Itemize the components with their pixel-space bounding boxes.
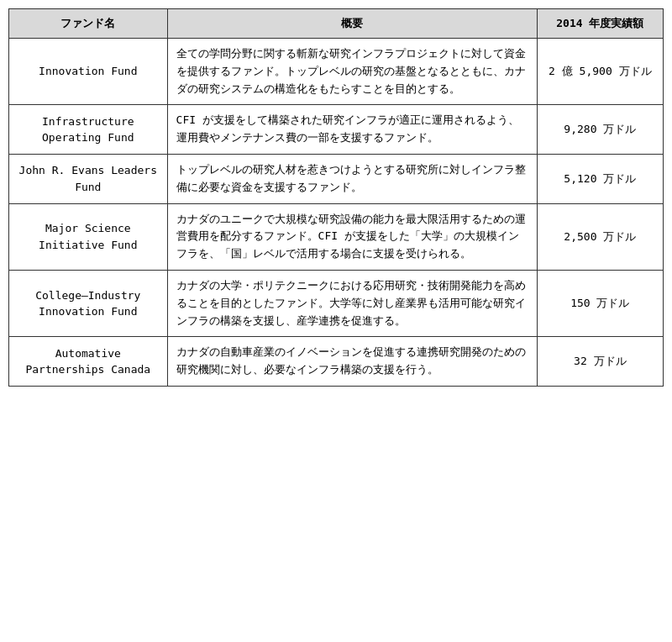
- table-row: Automative Partnerships Canadaカナダの自動車産業の…: [9, 337, 664, 387]
- header-fund-name: ファンド名: [9, 9, 168, 39]
- fund-summary-cell: トップレベルの研究人材を惹きつけようとする研究所に対しインフラ整備に必要な資金を…: [167, 154, 537, 203]
- fund-summary-cell: 全ての学問分野に関する斬新な研究インフラプロジェクトに対して資金を提供するファン…: [167, 39, 537, 105]
- funds-table: ファンド名 概要 2014 年度実績額 Innovation Fund全ての学問…: [8, 8, 664, 387]
- fund-amount-cell: 32 万ドル: [537, 337, 663, 387]
- fund-name-cell: John R. Evans Leaders Fund: [9, 154, 168, 203]
- fund-summary-cell: CFI が支援をして構築された研究インフラが適正に運用されるよう、運用費やメンテ…: [167, 105, 537, 155]
- main-table-container: ファンド名 概要 2014 年度実績額 Innovation Fund全ての学問…: [8, 8, 664, 387]
- fund-summary-cell: カナダのユニークで大規模な研究設備の能力を最大限活用するための運営費用を配分する…: [167, 203, 537, 270]
- table-row: Major Science Initiative Fundカナダのユニークで大規…: [9, 203, 664, 270]
- table-header-row: ファンド名 概要 2014 年度実績額: [9, 9, 664, 39]
- fund-name-cell: Innovation Fund: [9, 39, 168, 105]
- fund-name-cell: College–Industry Innovation Fund: [9, 270, 168, 336]
- table-row: Innovation Fund全ての学問分野に関する斬新な研究インフラプロジェク…: [9, 39, 664, 105]
- fund-summary-cell: カナダの大学・ポリテクニークにおける応用研究・技術開発能力を高めることを目的とし…: [167, 270, 537, 336]
- fund-amount-cell: 9,280 万ドル: [537, 105, 663, 155]
- fund-summary-cell: カナダの自動車産業のイノベーションを促進する連携研究開発のための研究機関に対し、…: [167, 337, 537, 387]
- fund-amount-cell: 2,500 万ドル: [537, 203, 663, 270]
- header-amount: 2014 年度実績額: [537, 9, 663, 39]
- table-row: Infrastructure Operating FundCFI が支援をして構…: [9, 105, 664, 155]
- fund-name-cell: Infrastructure Operating Fund: [9, 105, 168, 155]
- fund-amount-cell: 2 億 5,900 万ドル: [537, 39, 663, 105]
- header-summary: 概要: [167, 9, 537, 39]
- table-row: John R. Evans Leaders Fundトップレベルの研究人材を惹き…: [9, 154, 664, 203]
- fund-name-cell: Major Science Initiative Fund: [9, 203, 168, 270]
- fund-amount-cell: 150 万ドル: [537, 270, 663, 336]
- table-row: College–Industry Innovation Fundカナダの大学・ポ…: [9, 270, 664, 336]
- fund-name-cell: Automative Partnerships Canada: [9, 337, 168, 387]
- fund-amount-cell: 5,120 万ドル: [537, 154, 663, 203]
